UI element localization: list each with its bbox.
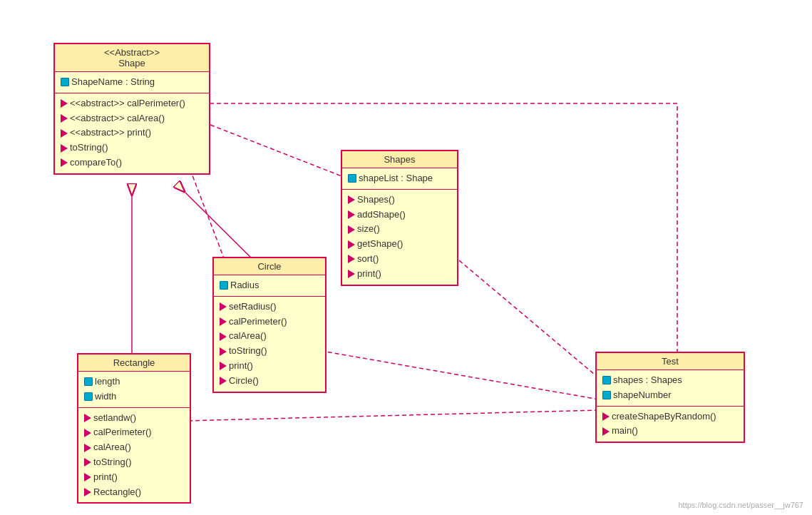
field-icon xyxy=(84,377,93,386)
method-icon xyxy=(84,488,91,496)
method-icon xyxy=(348,225,355,234)
shape-method-3: <<abstract>> print() xyxy=(61,126,203,141)
method-icon xyxy=(61,99,68,108)
shapes-name: Shapes xyxy=(384,154,415,165)
circle-fields: Radius xyxy=(214,275,325,297)
field-icon xyxy=(61,78,69,86)
method-icon xyxy=(220,317,227,326)
shapes-method-2: addShape() xyxy=(348,208,451,223)
method-icon xyxy=(61,144,68,153)
shape-name: Shape xyxy=(118,58,145,68)
method-icon xyxy=(602,427,610,436)
method-icon xyxy=(84,414,91,422)
rectangle-class: Rectangle length width setlandw() calPer… xyxy=(77,353,191,504)
test-name: Test xyxy=(662,356,679,367)
test-method-1: createShapeByRandom() xyxy=(602,409,738,424)
shape-class: <<Abstract>> Shape ShapeName : String <<… xyxy=(53,43,210,175)
method-icon xyxy=(61,129,68,138)
circle-method-6: Circle() xyxy=(220,374,319,389)
svg-line-10 xyxy=(185,410,599,421)
shapes-title: Shapes xyxy=(342,151,457,168)
rectangle-field-2: width xyxy=(84,389,184,404)
circle-name: Circle xyxy=(257,261,281,272)
shapes-method-1: Shapes() xyxy=(348,193,451,208)
test-field-2: shapeNumber xyxy=(602,388,738,403)
shapes-class: Shapes shapeList : Shape Shapes() addSha… xyxy=(341,150,458,286)
circle-field-1: Radius xyxy=(220,278,319,293)
circle-title: Circle xyxy=(214,258,325,275)
shapes-method-5: sort() xyxy=(348,252,451,267)
field-icon xyxy=(84,392,93,401)
field-icon xyxy=(602,376,611,384)
shapes-field-1: shapeList : Shape xyxy=(348,171,451,186)
rectangle-method-1: setlandw() xyxy=(84,411,184,426)
shape-method-1: <<abstract>> calPerimeter() xyxy=(61,96,203,111)
method-icon xyxy=(220,332,227,341)
rectangle-method-4: toString() xyxy=(84,455,184,470)
field-icon xyxy=(348,174,356,183)
watermark: https://blog.csdn.net/passer__jw767 xyxy=(678,501,803,509)
circle-method-1: setRadius() xyxy=(220,300,319,315)
circle-class: Circle Radius setRadius() calPerimeter()… xyxy=(212,257,327,393)
method-icon xyxy=(220,302,227,311)
circle-method-2: calPerimeter() xyxy=(220,315,319,330)
shape-methods: <<abstract>> calPerimeter() <<abstract>>… xyxy=(55,93,209,173)
circle-method-5: print() xyxy=(220,359,319,374)
rectangle-methods: setlandw() calPerimeter() calArea() toSt… xyxy=(78,408,190,503)
method-icon xyxy=(348,240,355,249)
method-icon xyxy=(61,158,68,167)
rectangle-method-6: Rectangle() xyxy=(84,485,184,500)
shapes-method-3: size() xyxy=(348,222,451,237)
shape-method-4: toString() xyxy=(61,141,203,155)
rectangle-title: Rectangle xyxy=(78,355,190,372)
method-icon xyxy=(348,270,355,278)
svg-line-4 xyxy=(210,125,347,178)
method-icon xyxy=(84,473,91,481)
shape-stereotype: <<Abstract>> xyxy=(61,47,203,58)
method-icon xyxy=(220,362,227,370)
rectangle-method-5: print() xyxy=(84,470,184,485)
rectangle-fields: length width xyxy=(78,372,190,408)
method-icon xyxy=(61,114,68,123)
shape-field-1: ShapeName : String xyxy=(61,75,203,90)
shapes-fields: shapeList : Shape xyxy=(342,168,457,190)
method-icon xyxy=(84,429,91,437)
test-method-2: main() xyxy=(602,424,738,439)
shape-title: <<Abstract>> Shape xyxy=(55,44,209,72)
shape-fields: ShapeName : String xyxy=(55,72,209,93)
shape-method-5: compareTo() xyxy=(61,155,203,170)
method-icon xyxy=(220,377,227,385)
svg-line-8 xyxy=(455,257,599,378)
rectangle-name: Rectangle xyxy=(113,357,155,368)
method-icon xyxy=(84,444,91,452)
test-title: Test xyxy=(597,353,744,370)
method-icon xyxy=(348,195,355,204)
rectangle-method-3: calArea() xyxy=(84,440,184,455)
test-methods: createShapeByRandom() main() xyxy=(597,407,744,442)
svg-line-9 xyxy=(314,350,599,399)
circle-method-3: calArea() xyxy=(220,329,319,344)
method-icon xyxy=(220,347,227,356)
method-icon xyxy=(348,210,355,219)
test-fields: shapes : Shapes shapeNumber xyxy=(597,370,744,407)
field-icon xyxy=(220,281,228,290)
rectangle-field-1: length xyxy=(84,374,184,389)
shapes-methods: Shapes() addShape() size() getShape() so… xyxy=(342,190,457,285)
circle-methods: setRadius() calPerimeter() calArea() toS… xyxy=(214,297,325,392)
method-icon xyxy=(602,412,610,421)
field-icon xyxy=(602,391,611,399)
circle-method-4: toString() xyxy=(220,344,319,359)
shapes-method-6: print() xyxy=(348,267,451,282)
shapes-method-4: getShape() xyxy=(348,237,451,252)
rectangle-method-2: calPerimeter() xyxy=(84,425,184,440)
test-field-1: shapes : Shapes xyxy=(602,373,738,388)
test-class: Test shapes : Shapes shapeNumber createS… xyxy=(595,352,745,443)
shape-method-2: <<abstract>> calArea() xyxy=(61,111,203,126)
method-icon xyxy=(84,458,91,466)
method-icon xyxy=(348,255,355,263)
